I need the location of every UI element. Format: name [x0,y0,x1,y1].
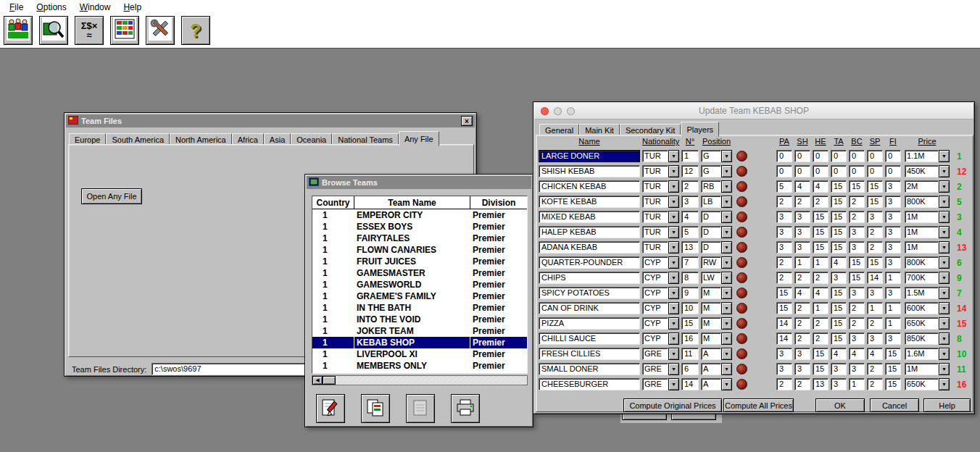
dropdown-icon[interactable]: ▼ [939,165,950,177]
stat-field[interactable]: 3 [867,211,883,223]
player-price-value[interactable]: 1.1M [905,150,939,162]
team-row[interactable]: 1IN THE BATHPremier [312,302,527,314]
player-name-field[interactable]: CHICKEN KEBAB [539,180,640,193]
dropdown-icon[interactable]: ▼ [668,348,679,360]
stat-field[interactable]: 1 [885,302,901,314]
stat-field[interactable]: 15 [776,302,792,314]
stat-field[interactable]: 3 [776,226,792,238]
player-name-field[interactable]: CHEESEBURGER [539,378,640,390]
player-nationality-value[interactable]: CYP [642,256,668,269]
stat-field[interactable]: 2 [849,211,865,223]
player-position-value[interactable]: D [701,226,721,238]
player-position-value[interactable]: M [701,302,721,314]
player-nationality-value[interactable]: GRE [642,348,668,360]
stat-field[interactable]: 3 [885,332,901,345]
stat-field[interactable]: 3 [849,287,865,299]
dropdown-icon[interactable]: ▼ [939,348,950,360]
stat-field[interactable]: 1 [885,272,901,284]
player-name-field[interactable]: PIZZA [539,317,640,330]
dropdown-icon[interactable]: ▼ [668,211,679,223]
dropdown-icon[interactable]: ▼ [668,317,679,330]
stat-field[interactable]: 0 [867,150,883,162]
stat-field[interactable]: 3 [885,256,901,269]
stat-field[interactable]: 15 [831,226,847,238]
stat-field[interactable]: 15 [831,196,847,208]
player-name-field[interactable]: FRESH CILLIES [539,348,640,360]
dropdown-icon[interactable]: ▼ [668,272,679,284]
dropdown-icon[interactable]: ▼ [721,241,732,254]
stat-field[interactable]: 15 [813,363,829,375]
dropdown-icon[interactable]: ▼ [939,332,950,345]
toolbar-button-tools-icon[interactable] [146,16,175,45]
dropdown-icon[interactable]: ▼ [721,317,732,330]
stat-field[interactable]: 0 [813,150,829,162]
menu-item-options[interactable]: Options [30,0,72,14]
stat-field[interactable]: 2 [849,317,865,330]
player-name-field[interactable]: ADANA KEBAB [539,241,640,254]
stat-field[interactable]: 4 [813,287,829,299]
dropdown-icon[interactable]: ▼ [721,165,732,177]
dropdown-icon[interactable]: ▼ [721,211,732,223]
player-number-field[interactable]: 14 [681,378,699,390]
stat-field[interactable]: 2 [794,317,810,330]
stat-field[interactable]: 3 [885,287,901,299]
player-name-field[interactable]: QUARTER-POUNDER [539,256,640,269]
stat-field[interactable]: 4 [867,348,883,360]
player-nationality-value[interactable]: CYP [642,302,668,314]
dropdown-icon[interactable]: ▼ [721,272,732,284]
player-price-value[interactable]: 850K [905,332,939,345]
toolbar-button-teams-icon[interactable] [4,16,33,45]
stat-field[interactable]: 2 [794,272,810,284]
dropdown-icon[interactable]: ▼ [939,150,950,162]
stat-field[interactable]: 4 [831,348,847,360]
stat-field[interactable]: 15 [831,332,847,345]
team-row[interactable]: 1MEMBERS ONLYPremier [312,360,527,372]
stat-field[interactable]: 1 [794,256,810,269]
dropdown-icon[interactable]: ▼ [939,241,950,254]
stat-field[interactable]: 0 [849,165,865,177]
stat-field[interactable]: 5 [776,180,792,193]
player-position-value[interactable]: D [701,211,721,223]
dropdown-icon[interactable]: ▼ [721,348,732,360]
stat-field[interactable]: 2 [849,196,865,208]
stat-field[interactable]: 3 [885,241,901,254]
compute-original-prices-button[interactable]: Compute Original Prices [623,398,722,412]
player-price-value[interactable]: 800K [905,256,939,269]
help-button[interactable]: Help [923,398,971,412]
player-price-value[interactable]: 1M [905,211,939,223]
dropdown-icon[interactable]: ▼ [939,256,950,269]
cancel-button[interactable]: Cancel [870,398,919,412]
dropdown-icon[interactable]: ▼ [668,363,679,375]
player-position-value[interactable]: RW [701,256,721,269]
player-position-value[interactable]: A [701,378,721,390]
menu-item-file[interactable]: File [3,0,30,14]
stat-field[interactable]: 15 [831,287,847,299]
copy-team-button[interactable] [361,394,390,423]
stat-field[interactable]: 2 [794,378,810,390]
stat-field[interactable]: 0 [776,150,792,162]
scroll-left-icon[interactable]: ◀ [312,376,323,385]
stat-field[interactable]: 2 [813,272,829,284]
compute-all-prices-button[interactable]: Compute All Prices [723,398,794,412]
stat-field[interactable]: 15 [813,226,829,238]
dropdown-icon[interactable]: ▼ [668,196,679,208]
stat-field[interactable]: 3 [867,287,883,299]
stat-field[interactable]: 2 [813,332,829,345]
player-position-value[interactable]: LB [701,196,721,208]
stat-field[interactable]: 3 [885,180,901,193]
stat-field[interactable]: 0 [849,150,865,162]
toolbar-button-search-teams-icon[interactable] [39,16,68,45]
toolbar-button-help-icon[interactable]: ? [181,16,210,45]
stat-field[interactable]: 15 [867,196,883,208]
dropdown-icon[interactable]: ▼ [668,256,679,269]
dropdown-icon[interactable]: ▼ [668,165,679,177]
player-position-value[interactable]: M [701,287,721,299]
browse-teams-titlebar[interactable]: Browse Teams [307,176,531,189]
stat-field[interactable]: 0 [794,150,810,162]
player-name-field[interactable]: MIXED KEBAB [539,211,640,223]
dropdown-icon[interactable]: ▼ [668,226,679,238]
dropdown-icon[interactable]: ▼ [939,363,950,375]
player-number-field[interactable]: 3 [681,196,699,208]
player-price-value[interactable]: 2M [905,180,939,193]
stat-field[interactable]: 2 [867,363,883,375]
